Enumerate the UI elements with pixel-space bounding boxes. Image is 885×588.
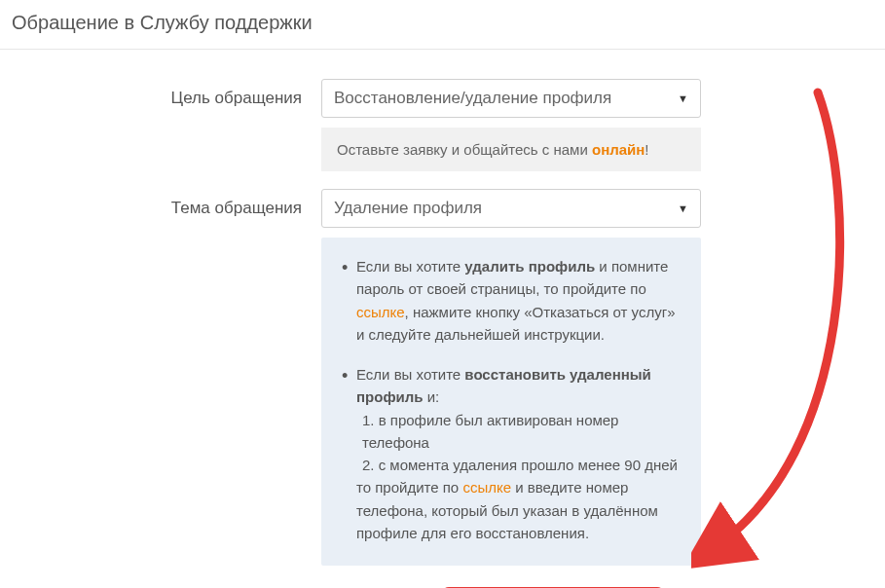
info-text: Если вы хотите [356,366,464,383]
notice-text-prefix: Оставьте заявку и общайтесь с нами [337,141,592,158]
notice-highlight: онлайн [592,141,645,158]
info-text: то пройдите по [356,479,462,496]
topic-select[interactable]: Удаление профиля ▼ [321,189,701,228]
notice-text-suffix: ! [645,141,648,158]
info-text: , нажмите кнопку «Отказаться от услуг» и… [356,304,675,343]
chevron-down-icon: ▼ [678,202,688,214]
topic-select-value: Удаление профиля [334,199,678,218]
info-text: и: [423,388,439,405]
topic-row: Тема обращения Удаление профиля ▼ Если в… [0,189,885,588]
info-link[interactable]: ссылке [462,479,511,496]
info-item-delete: Если вы хотите удалить профиль и помните… [356,255,683,346]
page-title: Обращение в Службу поддержки [0,0,885,50]
info-text: Если вы хотите [356,258,464,275]
support-form: Цель обращения Восстановление/удаление п… [0,50,885,588]
online-notice: Оставьте заявку и общайтесь с нами онлай… [321,128,701,171]
info-item-restore: Если вы хотите восстановить удаленный пр… [356,363,683,544]
purpose-select[interactable]: Восстановление/удаление профиля ▼ [321,79,701,118]
info-box: Если вы хотите удалить профиль и помните… [321,238,701,566]
purpose-row: Цель обращения Восстановление/удаление п… [0,79,885,171]
topic-label: Тема обращения [0,189,321,588]
info-subline-1: 1. в профиле был активирован номер телеф… [362,409,683,455]
purpose-label: Цель обращения [0,79,321,171]
info-bold: удалить профиль [464,258,595,275]
purpose-select-value: Восстановление/удаление профиля [334,89,678,108]
info-link[interactable]: ссылке [356,304,405,320]
info-subline-2: 2. с момента удаления прошло менее 90 дн… [362,454,683,476]
chevron-down-icon: ▼ [678,92,688,104]
